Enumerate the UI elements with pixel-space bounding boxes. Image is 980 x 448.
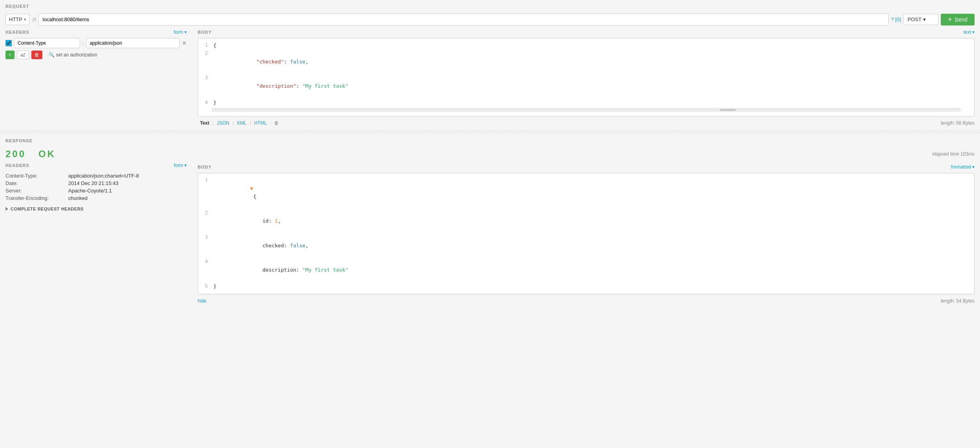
- add-header-button[interactable]: +: [5, 51, 15, 59]
- body-length: length: 56 Bytes: [941, 120, 975, 126]
- headers-header: HEADERS form ▾: [5, 29, 187, 35]
- headers-form-dropdown[interactable]: form ▾: [174, 29, 187, 35]
- resp-body-length: length: 54 Bytes: [941, 297, 975, 305]
- header-checkbox[interactable]: [5, 40, 12, 46]
- scrollbar-thumb: [720, 109, 736, 111]
- header-row: : ✕: [5, 38, 187, 48]
- resp-line-4: 4 description: "My first task": [198, 258, 974, 282]
- resp-body-header: BODY formatted ▾: [198, 164, 975, 170]
- auth-icon: 🔍: [49, 52, 55, 58]
- hide-link[interactable]: hide: [198, 296, 207, 306]
- status-code-num: 200: [5, 149, 26, 159]
- resp-formatted-label: formatted: [951, 164, 971, 170]
- collapse-icon[interactable]: ▼: [250, 186, 253, 191]
- add-header-row: + aZ 🗑 🔍 set an authorization: [5, 51, 187, 59]
- resp-header-key: Date:: [5, 180, 68, 186]
- delete-headers-button[interactable]: 🗑: [31, 51, 42, 59]
- resp-header-key: Transfer-Encoding:: [5, 195, 68, 201]
- body-label: BODY: [198, 30, 212, 34]
- body-format-tabs: Text | JSON | XML | HTML - 🗑 length: 56 …: [198, 120, 975, 127]
- resp-form-chevron-icon: ▾: [184, 163, 187, 168]
- method-select[interactable]: POST ▾: [903, 14, 938, 25]
- body-tab-text[interactable]: Text: [198, 120, 212, 127]
- resp-header-row-content-type: Content-Type: application/json;charset=U…: [5, 173, 187, 179]
- response-headers-col: HEADERS form ▾ Content-Type: application…: [0, 163, 192, 306]
- body-text-label: text: [964, 29, 971, 35]
- header-remove-button[interactable]: ✕: [182, 40, 187, 46]
- protocol-select[interactable]: HTTP ▾: [5, 14, 29, 25]
- resp-headers-label: HEADERS: [5, 163, 29, 168]
- resp-formatted-dropdown[interactable]: formatted ▾: [951, 164, 975, 170]
- body-line-2: 2 "checked": false,: [198, 50, 974, 74]
- resp-line-1: 1 ▼ {: [198, 176, 974, 209]
- help-badge[interactable]: ? [0]: [891, 16, 901, 22]
- resp-formatted-chevron-icon: ▾: [972, 164, 975, 170]
- resp-header-key: Content-Type:: [5, 173, 68, 179]
- body-line-3: 3 "description": "My first task": [198, 74, 974, 98]
- response-body-col: BODY formatted ▾ 1 ▼ { 2 i: [192, 164, 980, 306]
- response-section: RESPONSE 200 OK elapsed time 103ms HEADE…: [0, 134, 980, 314]
- url-bar: HTTP ▾ :// ? [0] POST ▾ ✈ Send: [5, 13, 975, 25]
- body-line-4: 4 }: [198, 99, 974, 107]
- headers-form-label: form: [174, 29, 183, 35]
- response-two-col: HEADERS form ▾ Content-Type: application…: [0, 163, 980, 306]
- section-divider: [0, 132, 980, 133]
- auth-label: set an authorization: [56, 52, 97, 58]
- body-text-dropdown[interactable]: text ▾: [964, 29, 975, 35]
- resp-header-row-transfer: Transfer-Encoding: chunked: [5, 195, 187, 201]
- headers-label: HEADERS: [5, 30, 29, 34]
- response-status-bar: 200 OK elapsed time 103ms: [0, 145, 980, 163]
- status-code: 200 OK: [5, 149, 56, 160]
- body-delete-icon[interactable]: 🗑: [274, 120, 279, 126]
- complete-req-label: COMPLETE REQUEST HEADERS: [11, 207, 84, 211]
- header-colon: :: [82, 40, 84, 46]
- header-key-input[interactable]: [14, 38, 80, 48]
- resp-header-key: Server:: [5, 188, 68, 194]
- request-section: REQUEST HTTP ▾ :// ? [0] POST ▾ ✈ Send H…: [0, 0, 980, 131]
- url-input[interactable]: [38, 13, 889, 25]
- response-body-editor: 1 ▼ { 2 id: 1, 3 checked: false,: [198, 173, 975, 294]
- request-label: REQUEST: [0, 0, 980, 11]
- status-text: OK: [38, 149, 56, 159]
- body-header: BODY text ▾: [198, 29, 975, 35]
- request-body-col: BODY text ▾ 1 { 2 "checked": false,: [192, 29, 980, 127]
- send-label: Send: [955, 16, 967, 23]
- resp-line-5: 5 }: [198, 283, 974, 291]
- sort-header-button[interactable]: aZ: [17, 51, 29, 59]
- scrollbar[interactable]: [212, 108, 960, 111]
- resp-line-2: 2 id: 1,: [198, 209, 974, 234]
- send-icon: ✈: [948, 16, 952, 22]
- resp-headers-form-dropdown[interactable]: form ▾: [174, 163, 187, 168]
- request-headers-col: HEADERS form ▾ : ✕ + aZ 🗑 🔍: [0, 29, 192, 127]
- resp-line-3: 3 checked: false,: [198, 234, 974, 258]
- header-value-input[interactable]: [86, 38, 180, 48]
- resp-header-val: application/json;charset=UTF-8: [68, 173, 139, 179]
- request-two-col: HEADERS form ▾ : ✕ + aZ 🗑 🔍: [0, 29, 980, 127]
- headers-form-chevron-icon: ▾: [184, 29, 187, 35]
- elapsed-time: elapsed time 103ms: [933, 151, 975, 157]
- resp-form-label: form: [174, 163, 183, 168]
- resp-header-val: 2014 Dec 20 21:15:43: [68, 180, 118, 186]
- send-button[interactable]: ✈ Send: [941, 14, 975, 25]
- resp-header-row-server: Server: Apache-Coyote/1.1: [5, 188, 187, 194]
- body-tab-json[interactable]: JSON: [215, 120, 232, 127]
- method-chevron-icon: ▾: [923, 16, 926, 22]
- protocol-chevron-icon: ▾: [24, 17, 26, 22]
- auth-link[interactable]: 🔍 set an authorization: [49, 52, 97, 58]
- resp-headers-header: HEADERS form ▾: [5, 163, 187, 168]
- resp-body-footer: hide length: 54 Bytes: [198, 296, 975, 306]
- response-label: RESPONSE: [0, 134, 980, 145]
- complete-req-headers[interactable]: COMPLETE REQUEST HEADERS: [5, 204, 187, 214]
- resp-headers-table: Content-Type: application/json;charset=U…: [5, 171, 187, 204]
- body-tab-xml[interactable]: XML: [235, 120, 249, 127]
- body-line-1: 1 {: [198, 42, 974, 50]
- body-tab-html[interactable]: HTML: [252, 120, 269, 127]
- resp-header-val: chunked: [68, 195, 87, 201]
- triangle-icon: [5, 207, 8, 211]
- request-body-editor[interactable]: 1 { 2 "checked": false, 3 "description":…: [198, 38, 975, 116]
- method-value: POST: [907, 16, 921, 22]
- resp-header-row-date: Date: 2014 Dec 20 21:15:43: [5, 180, 187, 186]
- resp-body-label: BODY: [198, 165, 212, 169]
- body-text-chevron-icon: ▾: [972, 29, 975, 35]
- resp-header-val: Apache-Coyote/1.1: [68, 188, 112, 194]
